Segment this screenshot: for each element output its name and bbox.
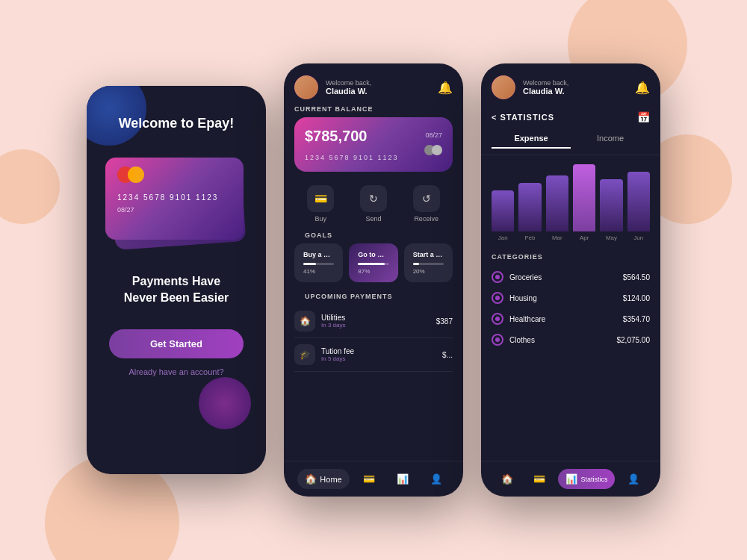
card-expiry: 08/27 (117, 206, 232, 214)
cat-housing-amount: $124.00 (623, 294, 650, 302)
get-started-button[interactable]: Get Started (109, 329, 244, 358)
goal-house-percent: 41% (303, 268, 334, 275)
bar-jun-fill (627, 172, 650, 231)
goal-business: Start a bus... 20% (404, 243, 453, 282)
goal-hawaii-fill (358, 263, 385, 265)
cat-housing-name: Housing (509, 294, 617, 302)
nav-home[interactable]: 🏠 Home (297, 469, 349, 489)
welcome-screen: Welcome to Epay! 1234 5678 9101 1123 08/… (87, 86, 266, 474)
login-link[interactable]: Already have an account? (128, 367, 223, 376)
categories-section: CATEGORIES Groceries $564.50 Housing $12… (481, 247, 660, 356)
goal-business-bar (413, 263, 444, 265)
bar-label-jan: Jan (492, 234, 514, 241)
tuition-date: In 5 days (321, 355, 436, 362)
profile-icon: 👤 (430, 473, 442, 485)
goal-hawaii-bar (358, 263, 388, 265)
goals-scroll: Buy a house 41% Go to Hawaii 87% Start a… (294, 243, 453, 282)
utilities-date: In 3 days (321, 322, 430, 329)
avatar-image (294, 75, 318, 99)
utilities-info: Utilities In 3 days (321, 314, 430, 329)
cat-healthcare-name: Healthcare (509, 315, 617, 323)
bar-apr-fill (573, 164, 595, 231)
bar-may-fill (600, 179, 622, 231)
goal-hawaii-name: Go to Hawaii (358, 251, 388, 258)
cards-icon: 💳 (363, 473, 375, 485)
cat-clothes-amount: $2,075.00 (617, 336, 651, 344)
balance-card-number: 1234 5678 9101 1123 (305, 154, 399, 161)
nav3-cards[interactable]: 💳 (526, 469, 553, 489)
nav3-home[interactable]: 🏠 (494, 469, 521, 489)
goal-house-name: Buy a house (303, 251, 334, 258)
receive-button[interactable]: ↺ Receive (413, 185, 440, 223)
tuition-info: Tution fee In 5 days (321, 347, 436, 362)
tab-expense[interactable]: Expense (492, 129, 571, 149)
card-front: 1234 5678 9101 1123 08/27 (105, 158, 244, 240)
receive-icon: ↺ (413, 185, 440, 212)
notification-bell-icon-3[interactable]: 🔔 (635, 81, 650, 95)
bar-feb (518, 183, 541, 231)
nav3-statistics[interactable]: 📊 Statistics (558, 469, 615, 489)
bar-label-jun: Jun (627, 234, 650, 241)
notification-bell-icon[interactable]: 🔔 (438, 81, 453, 95)
goal-business-name: Start a bus... (413, 251, 444, 258)
cat-clothes-dot-inner (495, 337, 500, 342)
cat-groceries-name: Groceries (509, 273, 617, 281)
balance-expiry: 08/27 (305, 131, 442, 139)
card-number: 1234 5678 9101 1123 (117, 193, 232, 202)
cat-groceries-dot-inner (495, 275, 500, 279)
bar-label-apr: Apr (573, 234, 595, 241)
buy-button[interactable]: 💳 Buy (307, 185, 334, 223)
goal-hawaii-percent: 87% (358, 268, 388, 275)
nav-profile[interactable]: 👤 (423, 469, 450, 489)
bar-label-may: May (600, 234, 622, 241)
avatar-image-3 (492, 75, 515, 99)
payment-tuition: 🎓 Tution fee In 5 days $... (294, 338, 453, 372)
avatar-3 (492, 75, 515, 99)
bar-jan (492, 190, 514, 231)
buy-icon: 💳 (307, 185, 334, 212)
card-logo (117, 167, 232, 183)
header-text-3: Welcome back, Claudia W. (523, 79, 627, 96)
goal-house-bar (303, 263, 334, 265)
screens-container: Welcome to Epay! 1234 5678 9101 1123 08/… (87, 63, 660, 497)
stats-back-label[interactable]: < STATISTICS (492, 113, 554, 122)
cards-icon-3: 💳 (533, 473, 545, 485)
payment-utilities: 🏠 Utilities In 3 days $387 (294, 305, 453, 338)
tab-income[interactable]: Income (571, 129, 650, 149)
screen1-content: Welcome to Epay! 1234 5678 9101 1123 08/… (87, 86, 266, 399)
cat-healthcare-dot-inner (495, 317, 500, 321)
bar-apr (573, 164, 595, 231)
cat-healthcare: Healthcare $354.70 (492, 308, 650, 329)
nav3-profile[interactable]: 👤 (620, 469, 647, 489)
nav-cards[interactable]: 💳 (356, 469, 382, 489)
nav3-statistics-label: Statistics (580, 476, 607, 483)
cat-groceries-amount: $564.50 (623, 273, 650, 281)
goal-business-fill (413, 263, 419, 265)
bar-mar-fill (546, 175, 568, 231)
user-name-3: Claudia W. (523, 87, 627, 96)
cat-housing: Housing $124.00 (492, 287, 650, 308)
cat-housing-dot-inner (495, 296, 500, 300)
screen3-header: Welcome back, Claudia W. 🔔 (481, 63, 660, 105)
nav-stats[interactable]: 📊 (389, 469, 416, 489)
nav-home-label: Home (320, 475, 341, 484)
calendar-icon[interactable]: 📅 (637, 111, 650, 123)
stats-icon-3: 📊 (565, 473, 577, 485)
action-buttons: 💳 Buy ↻ Send ↺ Receive (284, 182, 463, 231)
send-button[interactable]: ↻ Send (360, 185, 387, 223)
stats-icon: 📊 (397, 473, 409, 485)
buy-label: Buy (315, 215, 327, 223)
home-icon: 🏠 (305, 473, 317, 485)
cat-clothes: Clothes $2,075.00 (492, 329, 650, 350)
bar-feb-fill (518, 183, 541, 231)
card-chip (424, 145, 442, 155)
screen2-bottom-nav: 🏠 Home 💳 📊 👤 (284, 461, 463, 497)
cards-stack: 1234 5678 9101 1123 08/27 (105, 154, 247, 251)
bar-label-feb: Feb (518, 234, 541, 241)
user-name: Claudia W. (326, 87, 430, 96)
avatar (294, 75, 318, 99)
utilities-icon: 🏠 (294, 311, 315, 332)
goals-section: GOALS Buy a house 41% Go to Hawaii 87% (284, 231, 463, 290)
tuition-amount: $... (442, 351, 453, 359)
categories-label: CATEGORIES (492, 253, 650, 261)
